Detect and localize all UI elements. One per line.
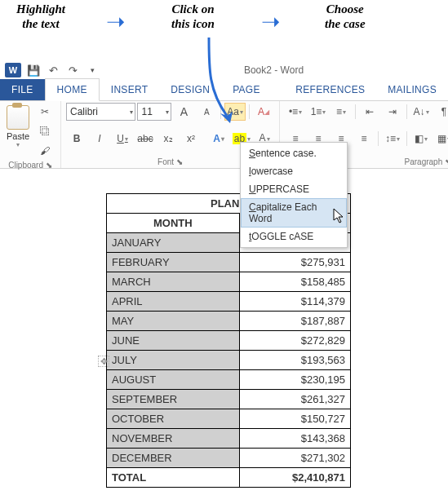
table-total-row: TOTAL $2,410,871	[107, 468, 351, 488]
month-cell: APRIL	[107, 292, 240, 312]
month-cell: MARCH	[107, 272, 240, 292]
arrow-icon: ➝	[261, 8, 280, 35]
menu-capitalize-each-word[interactable]: Capitalize Each Word	[241, 198, 347, 228]
table-row: DECEMBER$271,302	[107, 449, 351, 468]
increase-indent-button[interactable]: ⇥	[382, 103, 403, 121]
month-cell: DECEMBER	[107, 449, 240, 468]
decrease-indent-button[interactable]: ⇤	[359, 103, 380, 121]
menu-lowercase[interactable]: lowercase	[241, 162, 347, 180]
group-clipboard: Paste ▾ ✂ ⿻ 🖌 Clipboard ⬊	[0, 101, 61, 168]
save-button[interactable]: 💾	[26, 63, 41, 77]
table-row: FEBRUARY$275,931	[107, 253, 351, 272]
shrink-font-button[interactable]: A	[196, 103, 217, 121]
value-cell: $193,563	[239, 351, 350, 370]
table-row: NOVEMBER$143,368	[107, 429, 351, 449]
month-cell: NOVEMBER	[107, 429, 240, 449]
tab-page-layout[interactable]: PAGE LAYOUT	[221, 79, 284, 100]
bold-button[interactable]: B	[66, 130, 87, 148]
strikethrough-button[interactable]: abc	[135, 130, 156, 148]
customize-qat-icon[interactable]: ▾	[85, 63, 100, 77]
tab-insert[interactable]: INSERT	[100, 79, 160, 100]
table-row: JUNE$272,829	[107, 331, 351, 351]
tab-mailings[interactable]: MAILINGS	[376, 79, 448, 100]
document-area: ✥ PLANE MONTH SUM JANUARY$150,878FEBRUAR…	[0, 169, 448, 488]
separator	[406, 104, 407, 119]
separator	[406, 131, 407, 146]
font-name-select[interactable]: Calibri	[66, 103, 135, 121]
value-cell: $114,379	[239, 292, 350, 312]
quick-access-toolbar: W 💾 ↶ ↷ ▾ Book2 - Word	[0, 61, 448, 79]
change-case-button[interactable]: Aa	[224, 103, 246, 121]
change-case-menu: Sentence case. lowercase UPPERCASE Capit…	[240, 142, 348, 248]
borders-button[interactable]: ▦	[433, 130, 448, 148]
value-cell: $230,195	[239, 370, 350, 390]
superscript-button[interactable]: x²	[180, 130, 202, 148]
justify-button[interactable]: ≡	[353, 130, 375, 148]
mouse-cursor-icon	[333, 208, 346, 227]
multilevel-list-button[interactable]: ≡	[330, 103, 352, 121]
subscript-button[interactable]: x₂	[157, 130, 179, 148]
month-cell: JUNE	[107, 331, 240, 351]
sort-button[interactable]: A↓	[410, 103, 432, 121]
month-cell: SEPTEMBER	[107, 390, 240, 409]
value-cell: $158,485	[239, 272, 350, 292]
anno-highlight: Highlightthe text	[16, 2, 65, 31]
month-cell: AUGUST	[107, 370, 240, 390]
anno-click: Click onthis icon	[171, 2, 215, 31]
tab-home[interactable]: HOME	[45, 78, 100, 101]
clear-formatting-button[interactable]: A◢	[253, 103, 274, 121]
value-cell: $261,327	[239, 390, 350, 409]
separator	[378, 131, 379, 146]
value-cell: $271,302	[239, 449, 350, 468]
table-row: MARCH$158,485	[107, 272, 351, 292]
format-painter-button[interactable]: 🖌	[34, 142, 55, 160]
italic-button[interactable]: I	[89, 130, 110, 148]
table-move-handle-icon[interactable]: ✥	[98, 356, 109, 367]
grow-font-button[interactable]: A	[173, 103, 194, 121]
arrow-icon: ➝	[106, 8, 125, 35]
show-marks-button[interactable]: ¶	[433, 103, 448, 121]
month-cell: JANUARY	[107, 233, 240, 253]
line-spacing-button[interactable]: ↕≡	[382, 130, 403, 148]
table-row: SEPTEMBER$261,327	[107, 390, 351, 409]
shading-button[interactable]: ◧	[410, 130, 432, 148]
cut-button[interactable]: ✂	[34, 103, 55, 121]
tab-references[interactable]: REFERENCES	[284, 79, 376, 100]
value-cell: $187,887	[239, 312, 350, 331]
text-effects-button[interactable]: A	[208, 130, 229, 148]
menu-sentence-case[interactable]: Sentence case.	[241, 144, 347, 162]
month-cell: JULY	[107, 351, 240, 370]
month-cell: OCTOBER	[107, 409, 240, 429]
month-cell: MAY	[107, 312, 240, 331]
anno-choose: Choosethe case	[325, 2, 366, 31]
paste-icon	[7, 105, 29, 130]
separator	[355, 104, 356, 119]
undo-button[interactable]: ↶	[46, 63, 60, 77]
value-cell: $272,829	[239, 331, 350, 351]
col-header-month: MONTH	[107, 214, 240, 233]
paste-button[interactable]: Paste ▾	[5, 103, 31, 160]
ribbon-tabs: FILE HOME INSERT DESIGN PAGE LAYOUT REFE…	[0, 79, 448, 101]
numbering-button[interactable]: 1≡	[308, 103, 329, 121]
table-row: AUGUST$230,195	[107, 370, 351, 390]
value-cell: $275,931	[239, 253, 350, 272]
ribbon: Paste ▾ ✂ ⿻ 🖌 Clipboard ⬊ Calibri 11 A A…	[0, 101, 448, 169]
table-row: JULY$193,563	[107, 351, 351, 370]
redo-button[interactable]: ↷	[65, 63, 80, 77]
table-row: OCTOBER$150,727	[107, 409, 351, 429]
underline-button[interactable]: U	[112, 130, 133, 148]
menu-toggle-case[interactable]: tOGGLE cASE	[241, 228, 347, 245]
bullets-button[interactable]: •≡	[285, 103, 306, 121]
value-cell: $143,368	[239, 429, 350, 449]
separator	[249, 104, 250, 119]
tab-file[interactable]: FILE	[0, 79, 45, 100]
separator	[220, 104, 221, 119]
word-app-icon: W	[5, 63, 21, 77]
font-size-select[interactable]: 11	[137, 103, 171, 121]
copy-button[interactable]: ⿻	[34, 122, 55, 140]
total-label: TOTAL	[107, 468, 240, 488]
table-row: MAY$187,887	[107, 312, 351, 331]
menu-uppercase[interactable]: UPPERCASE	[241, 180, 347, 198]
tab-design[interactable]: DESIGN	[159, 79, 221, 100]
month-cell: FEBRUARY	[107, 253, 240, 272]
